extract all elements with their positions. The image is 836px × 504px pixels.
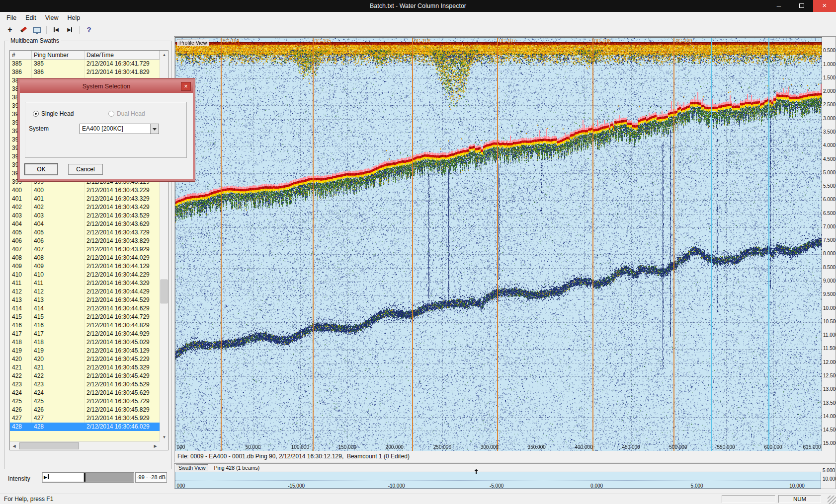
depth-tick-label: 14.000 xyxy=(823,414,836,419)
depth-tick-label: 4.000 xyxy=(823,143,836,148)
table-row[interactable]: 4154152/12/2014 16:30:44.729 xyxy=(10,313,160,321)
table-row[interactable]: 4244242/12/2014 16:30:45.629 xyxy=(10,389,160,397)
table-row[interactable]: 4044042/12/2014 16:30:43.629 xyxy=(10,220,160,228)
table-row[interactable]: 4024022/12/2014 16:30:43.429 xyxy=(10,203,160,212)
table-cell: 421 xyxy=(32,363,84,372)
table-row[interactable]: 3853852/12/2014 16:30:41.729 xyxy=(10,60,160,68)
table-row[interactable]: 4064062/12/2014 16:30:43.829 xyxy=(10,237,160,245)
table-row[interactable]: 4224222/12/2014 16:30:45.429 xyxy=(10,372,160,380)
table-cell: 386 xyxy=(32,68,84,76)
table-row[interactable]: 4114112/12/2014 16:30:44.329 xyxy=(10,279,160,288)
system-combobox[interactable]: EA400 [200KC] xyxy=(80,124,159,134)
depth-tick-label: 0.500 xyxy=(823,48,836,53)
table-cell: 403 xyxy=(10,212,32,220)
table-cell: 2/12/2014 16:30:43.629 xyxy=(84,220,160,228)
single-head-radio[interactable]: Single Head xyxy=(33,110,74,117)
help-button[interactable]: ? xyxy=(83,24,95,35)
table-cell: 419 xyxy=(10,347,32,355)
table-row[interactable]: 4234232/12/2014 16:30:45.529 xyxy=(10,380,160,389)
dialog-close-button[interactable]: × xyxy=(181,82,191,91)
table-cell: 418 xyxy=(32,338,84,347)
table-row[interactable]: 4204202/12/2014 16:30:45.229 xyxy=(10,355,160,363)
table-row[interactable]: 4214212/12/2014 16:30:45.329 xyxy=(10,363,160,372)
profile-plot[interactable]: Profile View 0G-1040G-1050G-1060G-1070G-… xyxy=(175,37,822,451)
table-cell: 426 xyxy=(10,406,32,414)
menu-item-view[interactable]: View xyxy=(41,13,63,23)
maximize-button[interactable] xyxy=(790,0,813,12)
vertical-scroll-thumb[interactable] xyxy=(161,280,167,303)
table-row[interactable]: 4124122/12/2014 16:30:44.429 xyxy=(10,288,160,296)
table-row[interactable]: 4034032/12/2014 16:30:43.529 xyxy=(10,212,160,220)
profile-depth-axis: 0.5001.0001.5002.0002.5003.0003.5004.000… xyxy=(823,37,836,451)
table-row[interactable]: 4104102/12/2014 16:30:44.229 xyxy=(10,271,160,279)
depth-tick-label: 6.500 xyxy=(823,211,836,216)
toolbar: + ◀ ▶ ? xyxy=(0,23,836,36)
first-ping-button[interactable]: ◀ xyxy=(50,24,62,35)
swath-x-axis: 000-15.000-10.000-5.0000.0005.00010.000 xyxy=(175,472,822,489)
horizontal-scroll-thumb[interactable] xyxy=(19,442,79,449)
intensity-left-handle[interactable]: ▶ xyxy=(44,474,49,480)
minimize-button[interactable]: – xyxy=(767,0,790,12)
table-row[interactable]: 4284282/12/2014 16:30:46.029 xyxy=(10,423,160,431)
table-row[interactable]: 4254252/12/2014 16:30:45.729 xyxy=(10,397,160,406)
table-row[interactable]: 4014012/12/2014 16:30:43.329 xyxy=(10,195,160,203)
ok-button[interactable]: OK xyxy=(25,164,58,175)
workspace: Multibeam Swaths #Ping NumberDate/Time 3… xyxy=(0,36,836,494)
table-row[interactable]: 4184182/12/2014 16:30:45.029 xyxy=(10,338,160,347)
table-row[interactable]: 4054052/12/2014 16:30:43.729 xyxy=(10,228,160,237)
display-button[interactable] xyxy=(31,24,43,35)
table-row[interactable]: 4084082/12/2014 16:30:44.029 xyxy=(10,254,160,262)
column-header[interactable]: # xyxy=(10,51,32,59)
table-cell: 428 xyxy=(10,423,32,431)
last-ping-button[interactable]: ▶ xyxy=(64,24,76,35)
depth-tick-label: 14.500 xyxy=(823,427,836,432)
intensity-slider[interactable]: ▶ xyxy=(42,472,134,483)
depth-tick-label: 5.500 xyxy=(823,183,836,189)
column-header[interactable]: Date/Time xyxy=(84,51,160,59)
table-row[interactable]: 4094092/12/2014 16:30:44.129 xyxy=(10,262,160,271)
table-cell: 406 xyxy=(10,237,32,245)
table-row[interactable]: 4194192/12/2014 16:30:45.129 xyxy=(10,347,160,355)
pencil-icon xyxy=(20,26,26,32)
table-row[interactable]: 4164162/12/2014 16:30:44.829 xyxy=(10,321,160,330)
table-row[interactable]: 3863862/12/2014 16:30:41.829 xyxy=(10,68,160,76)
column-header[interactable]: Ping Number xyxy=(32,51,84,59)
intensity-right-handle[interactable] xyxy=(84,473,85,482)
table-row[interactable]: 4004002/12/2014 16:30:43.229 xyxy=(10,186,160,195)
cancel-button[interactable]: Cancel xyxy=(68,164,103,175)
horizontal-scroll-track[interactable] xyxy=(18,442,151,450)
table-cell: 406 xyxy=(32,237,84,245)
scroll-up-button[interactable]: ▲ xyxy=(160,51,168,59)
edit-tool-button[interactable] xyxy=(17,24,29,35)
table-row[interactable]: 4144142/12/2014 16:30:44.629 xyxy=(10,304,160,313)
combo-dropdown-button[interactable] xyxy=(150,124,159,134)
table-cell: 2/12/2014 16:30:45.929 xyxy=(84,414,160,423)
menu-item-file[interactable]: File xyxy=(2,13,21,23)
resize-grip[interactable] xyxy=(828,496,836,504)
table-cell: 2/12/2014 16:30:45.729 xyxy=(84,397,160,406)
maximize-icon xyxy=(799,3,804,8)
dialog-title-bar[interactable]: System Selection xyxy=(20,80,193,93)
add-button[interactable]: + xyxy=(4,24,16,35)
profile-status-line: File: 0009 - EA400 - 0001.db Ping 90, 2/… xyxy=(174,451,836,462)
table-row[interactable]: 4074072/12/2014 16:30:43.929 xyxy=(10,245,160,254)
menu-item-help[interactable]: Help xyxy=(63,13,85,23)
depth-tick-label: 12.000 xyxy=(823,360,836,365)
profile-canvas[interactable] xyxy=(175,38,822,451)
title-bar[interactable]: Batch.txt - Water Column Inspector – × xyxy=(0,0,836,12)
menu-item-edit[interactable]: Edit xyxy=(21,13,41,23)
scroll-down-button[interactable]: ▼ xyxy=(160,433,168,441)
close-button[interactable]: × xyxy=(813,0,836,12)
table-row[interactable]: 4174172/12/2014 16:30:44.929 xyxy=(10,330,160,338)
horizontal-scrollbar[interactable]: ◀ ▶ xyxy=(10,441,160,450)
table-row[interactable]: 4274272/12/2014 16:30:45.929 xyxy=(10,414,160,423)
swath-plot[interactable]: 000-15.000-10.000-5.0000.0005.00010.000 xyxy=(175,472,821,489)
table-cell: 2/12/2014 16:30:43.329 xyxy=(84,195,160,203)
scroll-right-button[interactable]: ▶ xyxy=(151,442,160,450)
table-row[interactable]: 4264262/12/2014 16:30:45.829 xyxy=(10,406,160,414)
beam-marker xyxy=(476,469,477,474)
table-row[interactable]: 4134132/12/2014 16:30:44.529 xyxy=(10,296,160,304)
scroll-left-button[interactable]: ◀ xyxy=(10,442,18,450)
table-cell: 2/12/2014 16:30:45.329 xyxy=(84,363,160,372)
depth-tick-label: 2.500 xyxy=(823,102,836,107)
